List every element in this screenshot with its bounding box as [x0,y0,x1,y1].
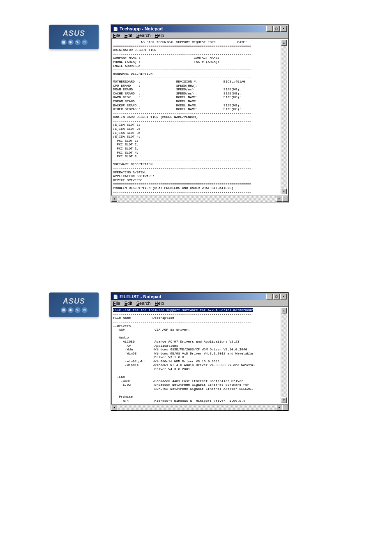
logo-icon-3: ✎ [75,307,81,313]
maximize-button[interactable]: □ [273,26,280,32]
menu-search[interactable]: Search [136,301,151,306]
scroll-track-v[interactable] [281,46,287,189]
window-title: Techsupp - Notepad [120,26,266,31]
section-filelist: ASUS ▦ ◉ ✎ ▭ 📄 FILELIST - Notepad _ □ × … [49,292,343,411]
menu-file[interactable]: File [113,33,120,38]
minimize-button[interactable]: _ [266,26,273,32]
logo-icon-2: ◉ [68,307,74,313]
scrollbar-horizontal[interactable]: ◄ ► [111,196,288,202]
logo-icon-1: ▦ [61,39,67,45]
selected-text[interactable]: File list for the included support softw… [113,308,253,312]
scroll-track-h[interactable] [117,405,277,410]
scroll-track-v[interactable] [281,313,287,397]
notepad-icon: 📄 [113,294,118,299]
notepad-window-filelist: 📄 FILELIST - Notepad _ □ × File Edit Sea… [111,292,288,411]
menu-help[interactable]: Help [155,301,164,306]
logo-icon-3: ✎ [75,39,81,45]
asus-logo-icons: ▦ ◉ ✎ ▭ [61,307,88,313]
asus-brand-text: ASUS [63,297,85,306]
textarea-container: File list for the included support softw… [111,306,288,404]
resize-grip-icon[interactable] [282,405,288,410]
close-button[interactable]: × [280,26,287,32]
scroll-down-arrow-icon[interactable]: ▼ [281,189,287,194]
titlebar[interactable]: 📄 Techsupp - Notepad _ □ × [111,25,288,32]
logo-icon-4: ▭ [82,39,88,45]
notepad-icon: 📄 [113,26,118,32]
scroll-up-arrow-icon[interactable]: ▲ [281,40,287,46]
scroll-right-arrow-icon[interactable]: ► [277,196,282,202]
notepad-window-techsupp: 📄 Techsupp - Notepad _ □ × File Edit Sea… [111,25,288,202]
menu-file[interactable]: File [113,301,120,306]
titlebar[interactable]: 📄 FILELIST - Notepad _ □ × [111,293,288,300]
menubar: File Edit Search Help [111,32,288,39]
menu-edit[interactable]: Edit [125,33,132,38]
scrollbar-vertical[interactable]: ▲ ▼ [281,308,287,403]
maximize-button[interactable]: □ [273,294,280,299]
menu-help[interactable]: Help [155,33,164,38]
menu-search[interactable]: Search [136,33,151,38]
asus-logo: ASUS ▦ ◉ ✎ ▭ [49,25,99,49]
asus-logo-icons: ▦ ◉ ✎ ▭ [61,39,88,45]
scrollbar-vertical[interactable]: ▲ ▼ [281,40,287,194]
textarea-container: ASUSTeK TECHNICAL SUPPORT REQUEST FORM D… [111,39,288,196]
logo-icon-2: ◉ [68,39,74,45]
asus-brand-text: ASUS [63,29,85,38]
scrollbar-horizontal[interactable]: ◄ ► [111,404,288,410]
text-content[interactable]: ASUSTeK TECHNICAL SUPPORT REQUEST FORM D… [113,40,281,194]
asus-logo: ASUS ▦ ◉ ✎ ▭ [49,292,99,317]
menubar: File Edit Search Help [111,300,288,306]
window-title: FILELIST - Notepad [120,294,266,299]
minimize-button[interactable]: _ [266,294,273,299]
scroll-down-arrow-icon[interactable]: ▼ [281,397,287,403]
logo-icon-4: ▭ [82,307,88,313]
section-techsupp: ASUS ▦ ◉ ✎ ▭ 📄 Techsupp - Notepad _ □ × … [49,25,343,202]
scroll-track-h[interactable] [117,196,277,202]
text-content[interactable]: File list for the included support softw… [113,308,281,403]
logo-icon-1: ▦ [61,307,67,313]
scroll-up-arrow-icon[interactable]: ▲ [281,308,287,313]
scroll-left-arrow-icon[interactable]: ◄ [111,405,117,410]
scroll-right-arrow-icon[interactable]: ► [277,405,282,410]
window-buttons: _ □ × [266,294,287,299]
body-text[interactable]: ----------------------------------------… [113,312,255,403]
resize-grip-icon[interactable] [282,196,288,202]
window-buttons: _ □ × [266,26,287,32]
scroll-left-arrow-icon[interactable]: ◄ [111,196,117,202]
close-button[interactable]: × [280,294,287,299]
menu-edit[interactable]: Edit [125,301,132,306]
